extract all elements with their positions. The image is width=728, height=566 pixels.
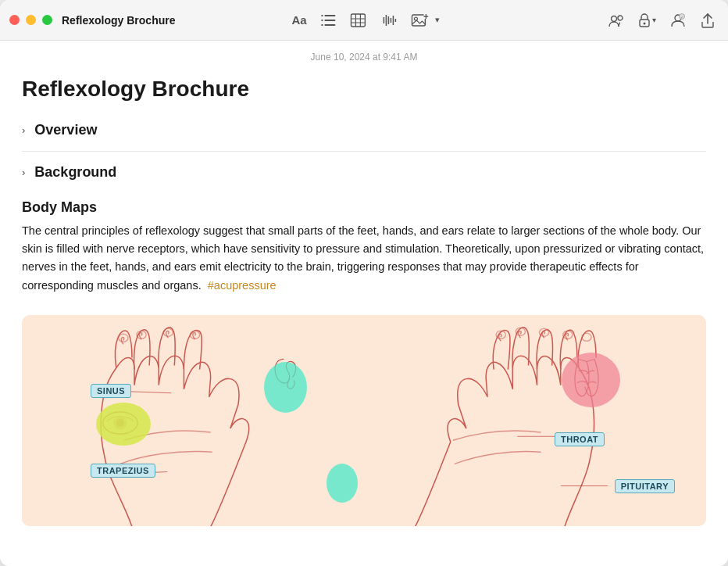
traffic-lights bbox=[9, 15, 52, 25]
svg-rect-4 bbox=[322, 20, 323, 21]
body-text-content: The central principles of reflexology su… bbox=[22, 224, 704, 292]
titlebar: Reflexology Brochure Aa bbox=[0, 0, 728, 41]
svg-rect-0 bbox=[325, 15, 336, 16]
svg-point-21 bbox=[612, 16, 617, 21]
yellow-blob bbox=[96, 403, 151, 446]
svg-rect-3 bbox=[322, 15, 323, 16]
pituitary-label: PITUITARY bbox=[615, 479, 675, 493]
table-button[interactable] bbox=[348, 12, 369, 29]
throat-label: THROAT bbox=[555, 432, 605, 446]
lock-button[interactable]: ▾ bbox=[635, 12, 659, 29]
overview-section-header[interactable]: › Overview bbox=[0, 114, 728, 146]
document-content: June 10, 2024 at 9:41 AM Reflexology Bro… bbox=[0, 41, 728, 566]
font-icon: Aa bbox=[291, 13, 306, 27]
hashtag-link[interactable]: #acupressure bbox=[208, 279, 277, 292]
share-button[interactable] bbox=[697, 9, 719, 31]
fullscreen-button[interactable] bbox=[42, 15, 52, 25]
body-maps-heading: Body Maps bbox=[22, 199, 706, 216]
app-window: Reflexology Brochure Aa bbox=[0, 0, 728, 566]
overview-section-label: Overview bbox=[34, 122, 97, 138]
list-icon bbox=[321, 13, 337, 27]
toolbar-tools: Aa bbox=[288, 12, 439, 29]
trapezius-label: TRAPEZIUS bbox=[91, 464, 155, 478]
background-chevron-icon: › bbox=[22, 167, 25, 178]
svg-rect-1 bbox=[325, 20, 336, 21]
svg-rect-2 bbox=[325, 24, 336, 26]
pink-blob-lungs bbox=[562, 353, 620, 407]
overview-chevron-icon: › bbox=[22, 124, 25, 136]
background-section-label: Background bbox=[34, 164, 116, 181]
close-button[interactable] bbox=[9, 15, 20, 25]
image-icon bbox=[412, 13, 429, 27]
image-dropdown-arrow: ▾ bbox=[435, 15, 440, 25]
date-timestamp: June 10, 2024 at 9:41 AM bbox=[0, 41, 728, 70]
sinus-label: SINUS bbox=[91, 384, 131, 398]
background-section-header[interactable]: › Background bbox=[0, 156, 728, 188]
collaborate-button[interactable] bbox=[605, 9, 627, 31]
hand-illustration: SINUS TRAPEZIUS THROAT PITUITARY bbox=[22, 315, 706, 526]
collaborate-icon bbox=[608, 13, 625, 27]
titlebar-right: ▾ ✓ bbox=[605, 9, 719, 31]
waveform-icon bbox=[380, 13, 398, 27]
list-button[interactable] bbox=[318, 12, 340, 29]
waveform-button[interactable] bbox=[377, 12, 401, 29]
body-maps-section: Body Maps The central principles of refl… bbox=[0, 188, 728, 301]
cyan-blob-ear bbox=[264, 362, 307, 413]
svg-rect-5 bbox=[322, 24, 323, 26]
table-icon bbox=[351, 13, 366, 27]
minimize-button[interactable] bbox=[26, 15, 36, 25]
user-button[interactable]: ✓ bbox=[667, 9, 689, 31]
lock-icon bbox=[638, 13, 651, 27]
share-icon bbox=[701, 13, 715, 28]
svg-rect-6 bbox=[352, 14, 366, 27]
svg-point-22 bbox=[618, 16, 623, 20]
user-icon: ✓ bbox=[670, 13, 686, 27]
svg-rect-18 bbox=[412, 15, 426, 26]
window-title: Reflexology Brochure bbox=[62, 14, 175, 27]
lock-dropdown-arrow: ▾ bbox=[652, 16, 656, 24]
cyan-blob-small bbox=[327, 464, 358, 503]
svg-text:✓: ✓ bbox=[680, 14, 683, 19]
svg-point-19 bbox=[415, 17, 418, 20]
font-button[interactable]: Aa bbox=[288, 12, 309, 28]
document-title: Reflexology Brochure bbox=[0, 70, 728, 114]
section-divider bbox=[22, 151, 706, 152]
svg-point-24 bbox=[644, 22, 646, 24]
image-button[interactable] bbox=[409, 12, 432, 29]
body-maps-text: The central principles of reflexology su… bbox=[22, 222, 706, 295]
